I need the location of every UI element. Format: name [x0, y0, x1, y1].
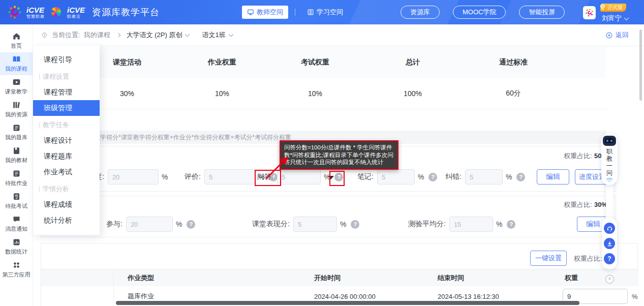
chevron-down-icon — [624, 15, 629, 20]
help-icon[interactable]: ? — [428, 173, 437, 181]
logo-area: iCVE 智慧职教 iCVE 职教云 资源库教学平台 — [7, 0, 160, 24]
download-button[interactable] — [604, 238, 615, 249]
class-performance-input[interactable] — [293, 217, 337, 232]
menu-item-course-design[interactable]: 课程设计 — [33, 133, 100, 148]
close-assistant-icon[interactable]: × — [605, 275, 614, 284]
breadcrumb-root[interactable]: 我的课程 — [84, 30, 110, 40]
menu-item-homework-exam[interactable]: 作业考试 — [33, 164, 100, 180]
icve-shell-logo-icon — [49, 5, 63, 19]
menu-item-course-guide[interactable]: 课程引导 — [33, 52, 100, 68]
brand-name: iCVE — [26, 6, 45, 14]
class-selector[interactable]: 语文1班 — [202, 30, 232, 40]
sidebar-item-messages[interactable]: 消息通知 — [0, 212, 33, 235]
participation-input[interactable] — [126, 217, 173, 232]
quiz-average-input[interactable] — [449, 217, 493, 232]
column-header: 作业权重 — [187, 58, 258, 67]
chevron-right-icon — [116, 33, 120, 37]
breadcrumb-bar: 当前位置: 我的课程 大学语文 (2P) 原创 语文1班 返回 — [0, 24, 644, 46]
help-icon[interactable]: ? — [516, 173, 525, 181]
user-avatar[interactable] — [583, 6, 596, 19]
bookshelf-icon — [12, 101, 21, 109]
course-selector[interactable]: 大学语文 (2P) 原创 — [127, 30, 190, 40]
course-name: 大学语文 (2P) 原创 — [127, 30, 182, 40]
version-badge: 正式版 — [600, 4, 626, 12]
play-video-icon — [12, 78, 21, 86]
field-label: 笔记: — [357, 172, 374, 181]
help-icon[interactable]: ? — [187, 220, 195, 229]
weight-value: 30% — [91, 89, 163, 98]
sidebar-item-home[interactable]: 首页 — [0, 29, 33, 52]
weight-value: 100% — [377, 89, 448, 98]
nav-learning-space[interactable]: 学习空间 — [302, 6, 348, 19]
assistant-name: 职教一问 — [606, 148, 613, 176]
sidebar-item-data-statistics[interactable]: 数据统计 — [0, 235, 33, 258]
sidebar-item-label: 第三方应用 — [3, 271, 30, 279]
weights-table-header: 课堂活动 作业权重 考试权重 总计 通过标准 — [33, 47, 606, 79]
brand-name: iCVE — [67, 6, 85, 14]
menu-item-class-management[interactable]: 班级管理 — [33, 100, 100, 116]
brand-sub: 职教云 — [67, 15, 85, 19]
app-window: iCVE 智慧职教 iCVE 职教云 资源库教学平台 教师空间 — [0, 0, 644, 306]
user-menu[interactable]: 刘宵宁 — [602, 14, 628, 23]
homework-table-header: 作业类型 开始时间 结束时间 权重 — [41, 269, 638, 287]
nav-divider — [295, 9, 295, 16]
customer-service-button[interactable] — [604, 223, 615, 234]
back-button[interactable]: 返回 — [605, 30, 629, 40]
sidebar-item-label: 待批考试 — [5, 202, 27, 210]
help-icon[interactable]: ? — [351, 220, 359, 229]
help-icon[interactable]: ? — [507, 220, 515, 229]
monitor-icon — [247, 9, 254, 16]
crystal-icon — [604, 177, 615, 183]
sidebar-item-third-party-apps[interactable]: 第三方应用 — [0, 258, 33, 281]
field-class-performance: 课堂表现分: % ? — [252, 217, 359, 232]
menu-item-statistical-analysis[interactable]: 统计分析 — [33, 212, 100, 228]
nav-teacher-space[interactable]: 教师空间 — [242, 6, 288, 19]
sidebar-item-my-resources[interactable]: 我的资源 — [0, 98, 33, 121]
error-correction-input[interactable] — [465, 169, 503, 185]
class-name: 语文1班 — [202, 30, 225, 40]
percent-unit: % — [418, 173, 424, 181]
sidebar-item-label: 首页 — [11, 42, 22, 50]
vertical-scrollbar[interactable] — [639, 29, 642, 101]
sidebar-item-my-question-bank[interactable]: 我的题库 — [0, 121, 33, 144]
menu-section-teaching-tasks: 教学任务 — [33, 117, 100, 133]
one-click-setup-button[interactable]: 一键设置 — [530, 251, 567, 266]
pill-resource-library[interactable]: 资源库 — [401, 6, 440, 19]
evaluation-input[interactable] — [204, 169, 255, 185]
sidebar-item-my-textbooks[interactable]: 我的教材 — [0, 144, 33, 167]
sidebar-item-label: 消息通知 — [5, 225, 27, 233]
field-error-correction: 纠错: % ? — [445, 169, 525, 185]
qa-help-icon[interactable]: ? — [334, 173, 343, 181]
table-column-divider — [113, 269, 114, 306]
menu-section-course-settings: 课程设置 — [33, 69, 100, 84]
sidebar-item-label: 我的资源 — [5, 111, 27, 118]
edit-button[interactable]: 编辑 — [537, 169, 569, 185]
progress-input[interactable] — [108, 169, 159, 185]
qa-input[interactable] — [277, 169, 321, 185]
horizontal-scrollbar[interactable] — [116, 301, 579, 305]
sidebar-item-pending-exams[interactable]: 待批考试 — [0, 190, 33, 212]
pill-mooc-academy[interactable]: MOOC学院 — [453, 6, 506, 19]
assistant-panel[interactable]: 职教一问 — [601, 133, 618, 185]
field-label: 问答: — [257, 172, 273, 181]
bar-chart-icon — [12, 238, 21, 247]
assistant-track — [606, 182, 613, 221]
sidebar-item-pending-homework[interactable]: 待批作业 — [0, 167, 33, 190]
person-book-icon — [307, 9, 314, 16]
question-bank-icon — [12, 124, 21, 132]
textbook-icon — [12, 146, 21, 155]
tooltip-pointer — [328, 176, 334, 179]
open-book-icon — [12, 55, 21, 64]
menu-item-course-question-bank[interactable]: 课程题库 — [33, 148, 100, 164]
menu-item-course-management[interactable]: 课程管理 — [33, 84, 100, 100]
chat-bubble-icon — [12, 215, 21, 224]
sidebar-item-my-courses[interactable]: 我的课程 — [0, 52, 33, 75]
sidebar: 首页 我的课程 课堂教学 我的资源 我的题库 我的教材 待批作业 待批考试 — [0, 24, 33, 306]
notes-input[interactable] — [377, 169, 415, 185]
pill-smart-casting[interactable]: 智能投屏 — [519, 6, 565, 19]
exam-check-icon — [12, 192, 21, 201]
help-button[interactable]: ? — [604, 253, 615, 264]
menu-item-course-grades[interactable]: 课程成绩 — [33, 197, 100, 212]
percent-unit: % — [632, 293, 638, 300]
sidebar-item-classroom-teaching[interactable]: 课堂教学 — [0, 75, 33, 98]
